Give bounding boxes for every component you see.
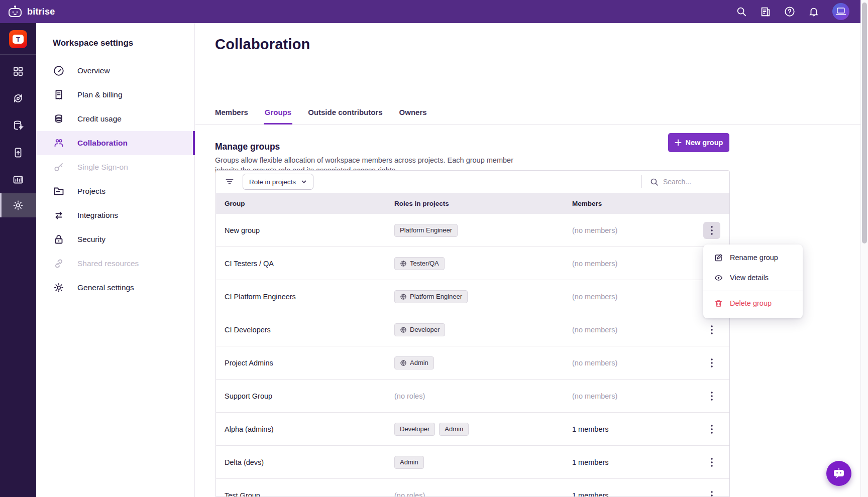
- row-menu-button[interactable]: [703, 487, 720, 497]
- rail-item-insights[interactable]: [0, 166, 36, 193]
- column-header-group: Group: [216, 200, 394, 207]
- members-cell: 1 members: [572, 425, 688, 433]
- group-name: CI Developers: [216, 326, 394, 334]
- sidebar-item-integrations[interactable]: Integrations: [36, 203, 194, 227]
- globe-icon: [400, 260, 407, 267]
- sidebar-item-label: Single Sign-on: [77, 163, 128, 172]
- workspace-app-icon[interactable]: T: [9, 30, 27, 48]
- folder-icon: [53, 185, 65, 197]
- release-notes-icon[interactable]: [760, 6, 771, 17]
- section-heading: Manage groups: [215, 142, 280, 152]
- table-row: Alpha (admins)DeveloperAdmin1 members: [216, 413, 729, 446]
- menu-item-delete-group[interactable]: Delete group: [703, 291, 803, 315]
- members-cell: 1 members: [572, 458, 688, 466]
- sidebar-item-label: Overview: [77, 66, 110, 75]
- tab-members[interactable]: Members: [215, 108, 248, 125]
- table-body: New groupPlatform Engineer(no members)CI…: [216, 214, 729, 497]
- chat-robot-icon: [832, 467, 846, 480]
- sidebar-item-credit-usage[interactable]: Credit usage: [36, 107, 194, 131]
- sidebar-item-projects[interactable]: Projects: [36, 179, 194, 203]
- key-icon: [53, 161, 65, 173]
- sidebar-title: Workspace settings: [36, 23, 194, 48]
- support-chat-button[interactable]: [826, 461, 851, 486]
- group-name: CI Platform Engineers: [216, 293, 394, 301]
- row-menu-button[interactable]: [703, 321, 720, 338]
- table-row: Delta (devs)Admin1 members: [216, 446, 729, 479]
- role-chip: Admin: [394, 456, 424, 469]
- new-group-button[interactable]: New group: [668, 133, 729, 152]
- plus-icon: [675, 139, 682, 146]
- table-search-icon[interactable]: [650, 178, 659, 186]
- bitrise-logo[interactable]: bitrise: [8, 6, 55, 18]
- tab-groups[interactable]: Groups: [265, 108, 291, 125]
- chevron-down-icon: [301, 179, 307, 185]
- role-chip: Tester/QA: [394, 257, 445, 270]
- sidebar-item-shared-resources: Shared resources: [36, 252, 194, 276]
- column-header-members: Members: [572, 200, 688, 207]
- scrollbar-thumb[interactable]: [862, 3, 867, 243]
- table-row: Project AdminsAdmin(no members): [216, 346, 729, 380]
- members-cell: (no members): [572, 226, 688, 234]
- roles-cell: Admin: [394, 356, 572, 369]
- tab-outside-contributors[interactable]: Outside contributors: [308, 108, 382, 125]
- group-name: CI Testers / QA: [216, 260, 394, 268]
- sidebar-item-overview[interactable]: Overview: [36, 59, 194, 83]
- members-cell: (no members): [572, 392, 688, 400]
- row-menu-button[interactable]: [703, 388, 720, 405]
- rail-item-release[interactable]: [0, 139, 36, 166]
- kebab-icon: [711, 425, 713, 434]
- no-roles-text: (no roles): [394, 491, 425, 497]
- role-filter-dropdown[interactable]: Role in projects: [243, 174, 313, 190]
- sidebar-item-plan-billing[interactable]: Plan & billing: [36, 83, 194, 107]
- members-cell: (no members): [572, 359, 688, 367]
- notifications-icon[interactable]: [808, 6, 819, 17]
- sidebar-item-label: Plan & billing: [77, 90, 123, 99]
- menu-item-rename-group[interactable]: Rename group: [703, 247, 803, 268]
- row-context-menu: Rename groupView detailsDelete group: [703, 244, 803, 318]
- globe-icon: [400, 326, 407, 333]
- tab-owners[interactable]: Owners: [399, 108, 427, 125]
- table-row: New groupPlatform Engineer(no members): [216, 214, 729, 247]
- rail-item-ci[interactable]: [0, 85, 36, 112]
- table-header: Group Roles in projects Members: [216, 193, 729, 214]
- sidebar-item-label: Projects: [77, 187, 105, 196]
- no-roles-text: (no roles): [394, 392, 425, 400]
- sidebar-item-single-sign-on: Single Sign-on: [36, 155, 194, 179]
- rail-item-build-cache[interactable]: [0, 112, 36, 139]
- search-icon[interactable]: [736, 6, 747, 17]
- rail-item-settings[interactable]: [0, 193, 36, 217]
- row-menu-button[interactable]: [703, 354, 720, 371]
- row-menu-button[interactable]: [703, 454, 720, 471]
- filter-icon[interactable]: [225, 177, 234, 186]
- sidebar-item-general-settings[interactable]: General settings: [36, 276, 194, 300]
- lock-icon: [53, 233, 65, 245]
- role-chip: Admin: [439, 423, 469, 436]
- roles-cell: Platform Engineer: [394, 224, 572, 237]
- row-menu-button[interactable]: [703, 222, 720, 239]
- trash-icon: [714, 299, 723, 308]
- arrows-icon: [53, 209, 65, 221]
- release-management-icon: [12, 147, 24, 159]
- page-scrollbar[interactable]: [860, 0, 868, 497]
- eye-icon: [714, 274, 723, 282]
- ci-pipelines-icon: [12, 92, 24, 104]
- row-menu-button[interactable]: [703, 421, 720, 438]
- table-row: Support Group(no roles)(no members): [216, 380, 729, 413]
- help-icon[interactable]: [784, 6, 795, 17]
- coins-icon: [53, 113, 65, 125]
- globe-icon: [400, 359, 407, 366]
- sidebar-item-collaboration[interactable]: Collaboration: [36, 131, 194, 155]
- rail-item-dashboard[interactable]: [0, 58, 36, 85]
- settings-gear-icon: [12, 199, 24, 211]
- search-input[interactable]: [663, 178, 722, 186]
- app-rail: T: [0, 23, 36, 497]
- bitrise-robot-icon: [8, 6, 23, 18]
- gauge-icon: [53, 65, 65, 77]
- avatar[interactable]: [832, 3, 849, 20]
- menu-item-view-details[interactable]: View details: [703, 268, 803, 288]
- roles-cell: (no roles): [394, 491, 572, 497]
- sidebar-item-security[interactable]: Security: [36, 227, 194, 252]
- kebab-icon: [711, 358, 713, 367]
- page-title: Collaboration: [215, 36, 310, 53]
- globe-icon: [400, 293, 407, 300]
